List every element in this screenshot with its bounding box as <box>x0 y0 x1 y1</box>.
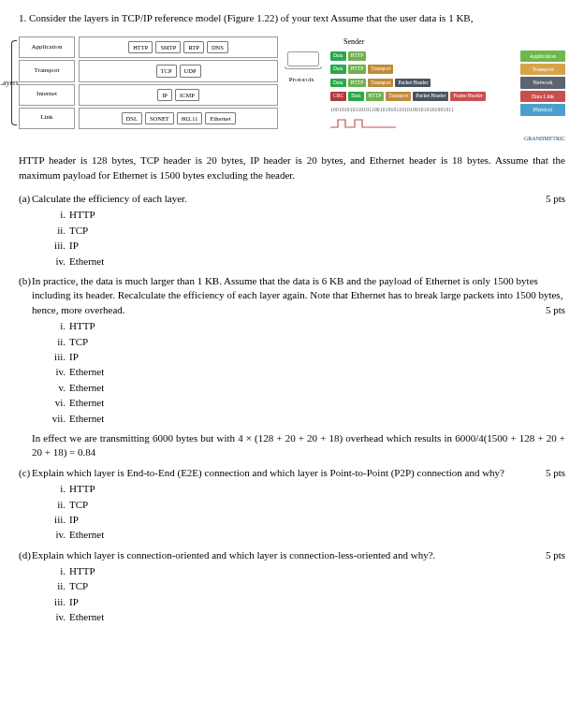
seg-data: Data <box>330 51 345 61</box>
sub-label: Ethernet <box>69 255 104 269</box>
figure-row: Layers Application HTTP SMTP RTP DNS Tra… <box>19 36 565 142</box>
roman: vii. <box>47 412 66 426</box>
part-c-pts: 5 pts <box>546 466 565 480</box>
bitstream: 1001010101101011001010101101010010101010… <box>330 107 454 114</box>
layer-protocols: IP ICMP <box>79 84 278 106</box>
sender-label: Sender <box>343 36 565 47</box>
encapsulation-diagram: Sender Data HTTP Application Data HTTP T… <box>287 36 565 142</box>
layer-grid: Application HTTP SMTP RTP DNS Transport … <box>19 36 278 128</box>
seg-data: Data <box>348 92 363 101</box>
part-c-list: i.HTTP ii.TCP iii.IP iv.Ethernet <box>47 482 565 543</box>
sub-label: Ethernet <box>69 412 104 426</box>
roman: ii. <box>47 498 66 512</box>
brace-icon <box>11 40 17 124</box>
logo-text: GRANDMETRIC <box>287 135 565 142</box>
roman: vi. <box>47 396 66 410</box>
part-d-list: i.HTTP ii.TCP iii.IP iv.Ethernet <box>47 564 565 625</box>
layer-label: Application <box>19 36 75 58</box>
roman: iv. <box>47 255 66 269</box>
question-text: Consider the layers in TCP/IP reference … <box>29 12 473 23</box>
roman: iv. <box>47 528 66 542</box>
roman: ii. <box>47 224 66 238</box>
encap-stack: Data HTTP Application Data HTTP Transpor… <box>330 51 565 116</box>
proto-box: Ethernet <box>205 112 235 124</box>
sub-label: Ethernet <box>69 610 104 624</box>
sub-label: Ethernet <box>69 396 104 410</box>
sub-label: IP <box>69 513 79 527</box>
osi-physical: Physical <box>520 104 565 115</box>
roman: ii. <box>47 335 66 349</box>
proto-box: DSL <box>122 112 142 124</box>
sub-label: TCP <box>69 498 88 512</box>
sub-label: IP <box>69 350 79 364</box>
seg-transport: Transport <box>368 79 393 88</box>
seg-packet: Packet Header <box>395 79 431 88</box>
roman: iii. <box>47 513 66 527</box>
roman: i. <box>47 564 66 578</box>
seg-crc: CRC <box>330 92 346 101</box>
question-number: 1. <box>19 12 26 23</box>
osi-transport: Transport <box>520 64 565 75</box>
part-b: (b) In practice, the data is much larger… <box>32 274 565 317</box>
seg-http: HTTP <box>366 92 385 101</box>
part-b-calc: In effect we are transmitting 6000 bytes… <box>32 431 565 460</box>
proto-box: DNS <box>207 41 228 53</box>
roman: iii. <box>47 350 66 364</box>
part-c-text: Explain which layer is End-to-End (E2E) … <box>32 467 504 478</box>
proto-box: SONET <box>145 112 174 124</box>
part-b-text: In practice, the data is much larger tha… <box>32 275 562 315</box>
sub-label: Ethernet <box>69 528 104 542</box>
proto-box: IP <box>157 89 172 101</box>
sub-label: Ethernet <box>69 381 104 395</box>
seg-http: HTTP <box>348 65 367 74</box>
sub-label: HTTP <box>69 564 95 578</box>
seg-http: HTTP <box>348 79 367 88</box>
sub-label: HTTP <box>69 319 95 333</box>
sub-label: TCP <box>69 224 88 238</box>
roman: iii. <box>47 595 66 609</box>
part-c: (c) Explain which layer is End-to-End (E… <box>32 466 565 480</box>
part-a-list: i.HTTP ii.TCP iii.IP iv.Ethernet <box>47 208 565 269</box>
proto-box: TCP <box>156 65 177 77</box>
sub-label: HTTP <box>69 482 95 496</box>
tcpip-layers-diagram: Layers Application HTTP SMTP RTP DNS Tra… <box>19 36 278 128</box>
roman: i. <box>47 319 66 333</box>
layer-label: Internet <box>19 84 75 106</box>
part-d-pts: 5 pts <box>546 548 565 562</box>
seg-data: Data <box>330 79 345 88</box>
proto-box: HTTP <box>128 41 153 53</box>
seg-transport: Transport <box>386 92 411 101</box>
roman: i. <box>47 482 66 496</box>
roman: iv. <box>47 365 66 379</box>
sub-label: IP <box>69 595 79 609</box>
part-letter: (c) <box>19 466 30 480</box>
seg-transport: Transport <box>368 65 393 74</box>
layer-protocols: TCP UDP <box>79 60 278 81</box>
roman: iv. <box>47 610 66 624</box>
question-intro: 1. Consider the layers in TCP/IP referen… <box>19 11 565 25</box>
layer-protocols: HTTP SMTP RTP DNS <box>79 36 278 58</box>
signal-icon <box>330 118 396 129</box>
proto-box: ICMP <box>175 89 199 101</box>
proto-box: 802.11 <box>177 112 203 124</box>
part-a: (a) Calculate the efficiency of each lay… <box>32 192 565 206</box>
laptop-icon <box>287 51 319 74</box>
seg-http: HTTP <box>348 51 367 61</box>
layer-label: Transport <box>19 60 75 81</box>
roman: iii. <box>47 239 66 253</box>
sub-label: TCP <box>69 335 88 349</box>
sub-label: IP <box>69 239 79 253</box>
seg-frame: Frame Header <box>450 92 485 101</box>
part-letter: (d) <box>19 548 31 562</box>
roman: v. <box>47 381 66 395</box>
part-b-pts: 5 pts <box>546 303 565 317</box>
part-letter: (b) <box>19 274 31 288</box>
roman: ii. <box>47 579 66 593</box>
proto-box: SMTP <box>155 41 181 53</box>
sub-label: HTTP <box>69 208 95 222</box>
layer-label: Link <box>19 108 75 129</box>
osi-network: Network <box>520 77 565 88</box>
part-d: (d) Explain which layer is connection-or… <box>32 548 565 562</box>
sub-label: Ethernet <box>69 365 104 379</box>
seg-data: Data <box>330 65 345 74</box>
